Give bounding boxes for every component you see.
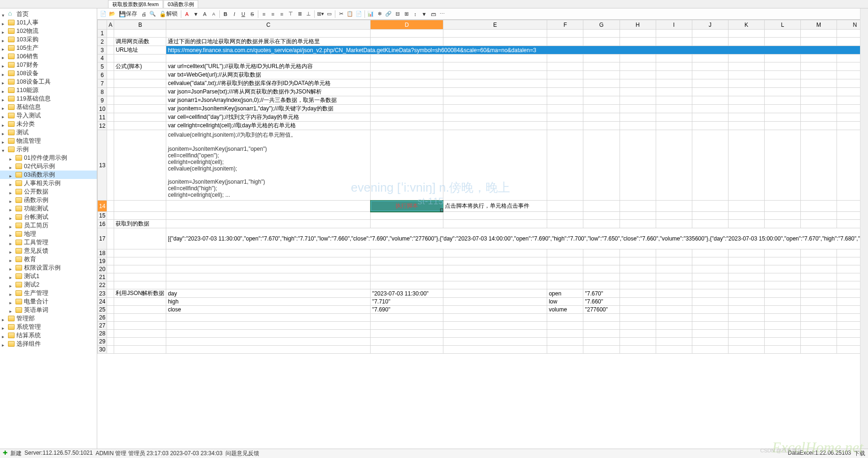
tree-item[interactable]: 管理部 (0, 314, 97, 323)
cell[interactable] (166, 54, 371, 62)
cell[interactable] (107, 346, 114, 354)
cell[interactable] (547, 330, 583, 338)
cell[interactable] (114, 96, 166, 105)
cell[interactable]: high (166, 298, 371, 306)
cell[interactable]: cellvalue("data",txt);//将获取到的数据库保存到ID为DA… (166, 79, 371, 88)
row-header[interactable]: 24 (98, 298, 107, 306)
cell[interactable] (692, 346, 728, 354)
cell[interactable] (728, 273, 764, 281)
cell[interactable] (764, 212, 800, 220)
cell[interactable] (443, 289, 547, 298)
cell[interactable] (728, 330, 764, 338)
cell[interactable]: [{"day":"2023-07-03 11:30:00","open":"7.… (166, 228, 868, 249)
cell[interactable] (166, 212, 371, 220)
cell[interactable] (764, 220, 800, 228)
cell[interactable] (801, 105, 837, 113)
cell[interactable] (547, 314, 583, 322)
cell[interactable] (801, 249, 837, 257)
cell[interactable] (656, 330, 692, 338)
cell[interactable] (114, 265, 166, 273)
cell[interactable] (114, 54, 166, 62)
cell[interactable] (728, 62, 764, 71)
cell[interactable] (656, 30, 692, 38)
cell[interactable] (764, 62, 800, 71)
cell[interactable] (801, 38, 837, 46)
cell[interactable] (656, 314, 692, 322)
cell[interactable]: https://money.finance.sina.com.cn/quotes… (166, 46, 868, 54)
cell[interactable] (443, 54, 547, 62)
cell[interactable] (107, 122, 114, 130)
cell[interactable] (443, 122, 547, 130)
tree-item[interactable]: 107财务 (0, 61, 97, 69)
col-header[interactable]: G (583, 20, 620, 30)
tree-item[interactable]: 结算系统 (0, 331, 97, 340)
cell[interactable] (583, 322, 620, 330)
col-header[interactable]: F (547, 20, 583, 30)
cell[interactable] (107, 338, 114, 346)
cell[interactable] (166, 257, 371, 265)
cell[interactable] (371, 122, 443, 130)
tree-item[interactable]: 108设备工具 (0, 78, 97, 86)
cell[interactable] (692, 38, 728, 46)
cell[interactable] (443, 257, 547, 265)
status-add-icon[interactable]: ✚ (3, 450, 8, 458)
row-header[interactable]: 28 (98, 330, 107, 338)
cell[interactable] (443, 88, 547, 96)
cell[interactable]: 利用JSON解析数据 (114, 289, 166, 298)
row-header[interactable]: 10 (98, 105, 107, 113)
cell[interactable] (107, 46, 114, 54)
cell[interactable] (107, 201, 114, 212)
cell[interactable] (620, 105, 656, 113)
cell[interactable] (620, 330, 656, 338)
tree-item[interactable]: 未分类 (0, 120, 97, 128)
cell[interactable] (728, 130, 764, 201)
preview-icon[interactable]: 🔍 (148, 10, 157, 18)
cell[interactable] (801, 96, 837, 105)
cell[interactable] (114, 88, 166, 96)
cell[interactable] (443, 105, 547, 113)
cell[interactable] (801, 79, 837, 88)
cell[interactable] (656, 257, 692, 265)
cell[interactable] (692, 130, 728, 201)
cell[interactable] (728, 314, 764, 322)
cell[interactable]: "7.690" (371, 306, 443, 314)
cell[interactable] (583, 71, 620, 79)
tree-item[interactable]: 导入测试 (0, 111, 97, 120)
tool-icon[interactable]: 📄 (99, 10, 108, 18)
cell[interactable] (107, 54, 114, 62)
col-header[interactable]: E (443, 20, 547, 30)
cell[interactable]: "7.710" (371, 298, 443, 306)
row-header[interactable]: 4 (98, 54, 107, 62)
row-header[interactable]: 13 (98, 130, 107, 201)
cell[interactable] (583, 249, 620, 257)
cell[interactable] (620, 113, 656, 122)
align-top-icon[interactable]: ⊤ (287, 10, 295, 18)
tree-item[interactable]: 102物流 (0, 27, 97, 35)
row-header[interactable]: 29 (98, 338, 107, 346)
cell[interactable] (114, 249, 166, 257)
cell[interactable] (692, 220, 728, 228)
cell[interactable] (107, 212, 114, 220)
sort-icon[interactable]: ↕ (411, 10, 419, 18)
cell[interactable] (764, 113, 800, 122)
cell[interactable] (692, 322, 728, 330)
italic-icon[interactable]: I (230, 10, 239, 18)
cell[interactable] (443, 306, 547, 314)
cell[interactable] (801, 346, 837, 354)
cell[interactable] (443, 330, 547, 338)
cell[interactable] (547, 79, 583, 88)
tree-item[interactable]: 03函数示例 (0, 171, 97, 179)
cell[interactable] (692, 289, 728, 298)
cell[interactable] (371, 88, 443, 96)
cell[interactable] (107, 249, 114, 257)
copy-icon[interactable]: 📋 (346, 10, 354, 18)
cell[interactable] (583, 130, 620, 201)
cell[interactable]: close (166, 306, 371, 314)
cell[interactable] (764, 289, 800, 298)
cell[interactable] (801, 298, 837, 306)
cell[interactable]: 通过下面的接口地址获取网页的数据并展示在下面的单元格里 (166, 38, 371, 46)
cell[interactable] (443, 38, 547, 46)
cell[interactable] (583, 201, 620, 212)
cell[interactable] (371, 322, 443, 330)
cell[interactable] (620, 289, 656, 298)
